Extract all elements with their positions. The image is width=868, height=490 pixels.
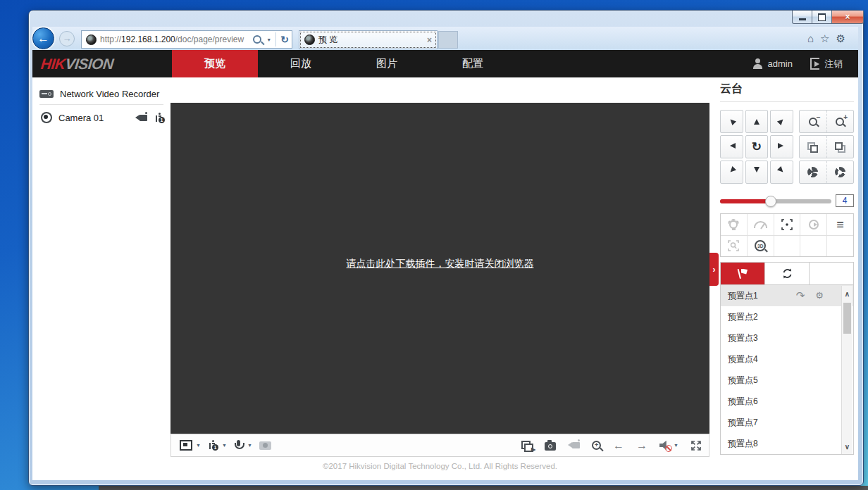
forward-button[interactable]: → (59, 31, 75, 46)
next-page-icon[interactable]: → (636, 439, 647, 452)
url-text[interactable]: http://192.168.1.200/doc/page/preview (100, 34, 253, 44)
preset-item[interactable]: 预置点8 (721, 433, 853, 454)
start-live-view-icon[interactable] (140, 115, 147, 121)
logout-icon[interactable] (810, 58, 819, 70)
preset-scrollbar[interactable]: ∧ ∨ (841, 286, 852, 455)
two-way-audio[interactable]: ▼ (234, 440, 252, 451)
preset-item[interactable]: 预置点5 (721, 370, 853, 391)
aux-row-2: 3D (721, 236, 853, 257)
panel-collapse-handle[interactable]: › (709, 253, 719, 286)
preset-label: 预置点3 (728, 327, 758, 348)
speaker-muted-icon[interactable] (659, 441, 670, 451)
plugin-download-link[interactable]: 请点击此处下载插件，安装时请关闭浏览器 (170, 258, 709, 270)
wiper-button[interactable] (747, 214, 774, 235)
preset-item[interactable]: 预置点2 (721, 306, 853, 327)
lens-init-button[interactable] (800, 214, 826, 235)
url-dropdown-icon[interactable]: ▼ (266, 37, 271, 42)
manual-tracking-button[interactable] (721, 236, 747, 257)
stream-selector[interactable]: 1▼ (208, 440, 227, 451)
microphone-icon (234, 440, 244, 451)
preset-item[interactable]: 预置点4 (721, 348, 853, 370)
focus-control (799, 135, 854, 158)
zoom-3d-button[interactable]: 3D (747, 236, 774, 257)
wiper-icon (754, 221, 767, 228)
scroll-down-icon[interactable]: ∨ (842, 443, 852, 451)
nav-tab-configuration[interactable]: 配置 (430, 50, 516, 77)
start-all-live-icon[interactable]: ▶ (521, 441, 533, 451)
divider (720, 101, 854, 102)
ptz-down-left-button[interactable] (720, 161, 743, 184)
capture-icon[interactable] (545, 442, 556, 451)
ptz-auto-scan-button[interactable]: ↻ (745, 135, 769, 158)
nav-tab-playback[interactable]: 回放 (258, 50, 344, 77)
slider-thumb[interactable] (765, 196, 776, 207)
previous-page-icon[interactable]: ← (613, 439, 624, 452)
audio-control[interactable]: ▼ (659, 441, 678, 451)
ptz-left-button[interactable] (720, 135, 743, 158)
patrol-tab[interactable] (764, 263, 809, 284)
focus-near-button[interactable] (800, 136, 826, 158)
stream-dot (212, 440, 214, 442)
ptz-up-right-button[interactable] (770, 110, 793, 133)
ptz-down-right-button[interactable] (770, 161, 793, 184)
favorites-star-icon[interactable]: ☆ (820, 32, 829, 45)
arrow-up-icon (754, 116, 760, 125)
preset-call-icon[interactable]: ↷ (796, 285, 805, 306)
caret-down-icon[interactable]: ▼ (674, 443, 678, 448)
iris-open-button[interactable] (826, 161, 854, 183)
fullscreen-icon[interactable] (690, 440, 702, 451)
settings-gear-icon[interactable]: ⚙ (836, 32, 845, 45)
caret-down-icon[interactable]: ▼ (247, 443, 252, 448)
nvr-device-icon (39, 90, 54, 98)
iris-close-button[interactable] (800, 161, 826, 183)
iris-open-icon (835, 167, 845, 177)
preset-item[interactable]: 预置点6 (721, 391, 853, 412)
digital-zoom-icon[interactable]: + (592, 441, 601, 450)
ptz-right-button[interactable] (770, 135, 793, 158)
device-row[interactable]: Network Video Recorder (39, 85, 166, 102)
refresh-icon[interactable]: ↻ (280, 34, 289, 45)
camera-row[interactable]: Camera 01 1 (41, 108, 165, 127)
stream-type-icon[interactable]: 1 (154, 113, 165, 123)
browser-action-icons: ⌂ ☆ ⚙ (807, 32, 845, 45)
browser-tab[interactable]: 预 览 × (299, 30, 438, 49)
menu-button[interactable]: ≡ (826, 214, 853, 235)
preset-tab[interactable] (721, 263, 764, 284)
ptz-up-left-button[interactable] (720, 110, 743, 133)
address-bar[interactable]: http://192.168.1.200/doc/page/preview ▼ … (81, 30, 292, 49)
close-button[interactable]: × (832, 11, 864, 24)
auto-focus-icon (781, 219, 793, 230)
light-button[interactable] (721, 214, 747, 235)
preset-item[interactable]: 预置点1 ↷ ⚙ (721, 285, 853, 306)
divider (39, 104, 163, 105)
preset-item[interactable]: 预置点7 (721, 412, 853, 433)
home-icon[interactable]: ⌂ (807, 32, 814, 45)
focus-far-button[interactable] (826, 136, 854, 158)
zoom-out-button[interactable]: − (800, 111, 826, 132)
ptz-up-button[interactable] (745, 110, 769, 133)
nav-tab-preview[interactable]: 预览 (172, 50, 258, 77)
minimize-button[interactable] (792, 11, 812, 24)
auto-focus-button[interactable] (774, 214, 800, 235)
scroll-up-icon[interactable]: ∧ (842, 290, 852, 298)
new-tab-button[interactable] (438, 31, 458, 49)
maximize-button[interactable] (812, 11, 832, 24)
back-button[interactable]: ← (32, 27, 54, 49)
search-icon[interactable] (253, 35, 261, 44)
caret-down-icon[interactable]: ▼ (196, 443, 201, 448)
preset-label: 预置点7 (728, 412, 758, 433)
record-icon[interactable] (572, 442, 580, 448)
preset-item[interactable]: 预置点3 (721, 327, 853, 348)
caret-down-icon[interactable]: ▼ (222, 443, 227, 448)
ptz-speed-input[interactable] (836, 194, 854, 207)
preset-set-gear-icon[interactable]: ⚙ (815, 285, 824, 306)
scrollbar-thumb[interactable] (843, 303, 851, 334)
logout-label[interactable]: 注销 (824, 58, 843, 70)
layout-selector[interactable]: ▼ (180, 440, 201, 451)
chevron-right-icon: › (713, 265, 716, 275)
tab-close-icon[interactable]: × (427, 35, 432, 45)
square-front (810, 145, 818, 153)
ptz-down-button[interactable] (745, 161, 769, 184)
nav-tab-picture[interactable]: 图片 (344, 50, 430, 77)
zoom-in-button[interactable]: + (826, 111, 854, 132)
